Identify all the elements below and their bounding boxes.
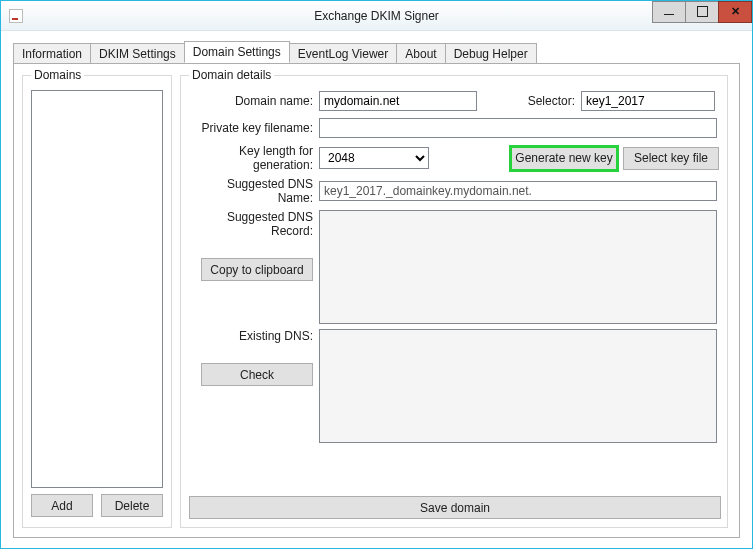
close-button[interactable]: [718, 1, 752, 23]
domain-details-group: Domain details Domain name: Selector: Pr…: [180, 68, 728, 528]
tab-label: Domain Settings: [193, 45, 281, 59]
button-label: Copy to clipboard: [210, 263, 303, 277]
window-title: Exchange DKIM Signer: [1, 9, 752, 23]
key-length-label: Key length for generation:: [189, 144, 319, 172]
tab-label: About: [405, 47, 436, 61]
button-label: Check: [240, 368, 274, 382]
add-domain-button[interactable]: Add: [31, 494, 93, 517]
domains-group: Domains Add Delete: [22, 68, 172, 528]
select-key-file-button[interactable]: Select key file: [623, 147, 719, 170]
delete-domain-button[interactable]: Delete: [101, 494, 163, 517]
tab-domain-settings[interactable]: Domain Settings: [184, 41, 290, 63]
copy-clipboard-button[interactable]: Copy to clipboard: [201, 258, 313, 281]
dns-name-field: [319, 181, 717, 201]
selector-input[interactable]: [581, 91, 715, 111]
tab-information[interactable]: Information: [13, 43, 91, 64]
selector-label: Selector:: [477, 94, 581, 108]
tab-about[interactable]: About: [396, 43, 445, 64]
tab-label: Information: [22, 47, 82, 61]
generate-key-button[interactable]: Generate new key: [511, 147, 617, 170]
domains-listbox[interactable]: [31, 90, 163, 488]
button-label: Generate new key: [515, 151, 612, 165]
tab-dkim-settings[interactable]: DKIM Settings: [90, 43, 185, 64]
client-area: Information DKIM Settings Domain Setting…: [1, 31, 752, 549]
window-controls: [653, 1, 752, 23]
tab-strip: Information DKIM Settings Domain Setting…: [13, 41, 740, 63]
maximize-button[interactable]: [685, 1, 719, 23]
check-button[interactable]: Check: [201, 363, 313, 386]
button-label: Delete: [115, 499, 150, 513]
titlebar: Exchange DKIM Signer: [1, 1, 752, 31]
dns-record-label: Suggested DNS Record:: [189, 210, 313, 238]
minimize-button[interactable]: [652, 1, 686, 23]
button-label: Save domain: [420, 501, 490, 515]
save-domain-button[interactable]: Save domain: [189, 496, 721, 519]
tab-eventlog-viewer[interactable]: EventLog Viewer: [289, 43, 398, 64]
domains-legend: Domains: [31, 68, 84, 82]
tab-label: EventLog Viewer: [298, 47, 389, 61]
tab-label: DKIM Settings: [99, 47, 176, 61]
private-key-field: [319, 118, 717, 138]
app-icon: [9, 9, 23, 23]
dns-name-label: Suggested DNS Name:: [189, 177, 319, 205]
tab-content: Domains Add Delete Domain details Domain…: [13, 63, 740, 538]
existing-dns-textarea[interactable]: [319, 329, 717, 443]
dns-record-textarea[interactable]: [319, 210, 717, 324]
button-label: Add: [51, 499, 72, 513]
tab-debug-helper[interactable]: Debug Helper: [445, 43, 537, 64]
button-label: Select key file: [634, 151, 708, 165]
tab-label: Debug Helper: [454, 47, 528, 61]
key-length-select[interactable]: 2048: [319, 147, 429, 169]
domain-name-label: Domain name:: [189, 94, 319, 108]
existing-dns-label: Existing DNS:: [239, 329, 313, 343]
private-key-label: Private key filename:: [189, 121, 319, 135]
domain-name-input[interactable]: [319, 91, 477, 111]
details-legend: Domain details: [189, 68, 274, 82]
